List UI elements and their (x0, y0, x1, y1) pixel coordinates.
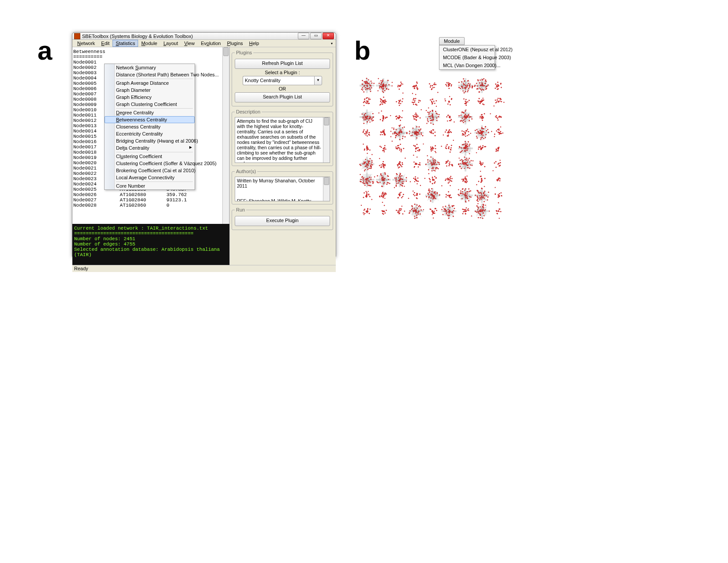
menu-edit[interactable]: Edit (98, 40, 113, 47)
refresh-plugin-button[interactable]: Refresh Plugin List (235, 59, 330, 69)
cluster-visualization (359, 78, 507, 219)
authors-panel: Author(s) Written by Murray Shanahan, Oc… (232, 169, 333, 204)
plugins-legend: Plugins (235, 50, 253, 55)
menu-view[interactable]: View (181, 40, 198, 47)
execute-plugin-button[interactable]: Execute Plugin (235, 216, 330, 226)
menu-item[interactable]: Graph Efficiency (105, 94, 195, 101)
module-menu-button[interactable]: Module (439, 37, 465, 45)
menubar: NetworkEditStatisticsModuleLayoutViewEvo… (72, 40, 336, 47)
panel-label-a: a (38, 35, 52, 66)
maximize-button[interactable]: ▭ (310, 33, 322, 39)
menu-item[interactable]: Degree Centrality (105, 109, 195, 116)
menu-help[interactable]: Help (246, 40, 263, 47)
description-panel: Description Attempts to find the sub-gra… (232, 109, 333, 166)
app-window: SBEToolbox (Systems Biology & Evolution … (72, 32, 336, 258)
menu-plugins[interactable]: Plugins (224, 40, 246, 47)
right-column: Plugins Refresh Plugin List Select a Plu… (230, 47, 336, 265)
description-legend: Description (235, 109, 262, 114)
menu-item[interactable]: Distance (Shortest Path) Between Two Nod… (105, 71, 195, 78)
submenu-arrow-icon: ▶ (189, 145, 192, 149)
statistics-menu: Network SummaryDistance (Shortest Path) … (104, 64, 195, 190)
menu-separator (116, 181, 193, 182)
description-scrollbar[interactable] (323, 117, 330, 162)
statusbar: Ready (72, 265, 336, 272)
menu-item[interactable]: Closeness Centrality (105, 123, 195, 130)
menu-evolution[interactable]: Evolution (198, 40, 224, 47)
select-plugin-label: Select a Plugin : (235, 70, 330, 75)
authors-scrollbar[interactable] (323, 177, 330, 201)
menu-item[interactable]: Betweenness Centrality (105, 116, 195, 123)
menu-item[interactable]: Delta Centrality▶ (105, 144, 195, 151)
window-controls: — ▭ ✕ (298, 33, 334, 39)
menu-item[interactable]: Eccentricity Centrality (105, 130, 195, 137)
menu-item[interactable]: Graph Diameter (105, 87, 195, 94)
menu-item[interactable]: Clustering Coefficient (Soffer & Vázquez… (105, 160, 195, 167)
menu-separator (116, 79, 193, 79)
menubar-corner-icon[interactable]: ▾ (328, 41, 336, 46)
window-title: SBEToolbox (Systems Biology & Evolution … (82, 34, 193, 39)
panel-label-b: b (354, 35, 371, 66)
menu-layout[interactable]: Layout (160, 40, 181, 47)
module-menu-item[interactable]: MCL (Van Dongen 2000)... (439, 61, 495, 69)
plugin-select-value: Knotty Centrality (243, 76, 314, 85)
menu-statistics[interactable]: Statistics (113, 40, 138, 47)
module-menu-item[interactable]: ClusterONE (Nepusz et al 2012) (439, 45, 495, 53)
menu-item[interactable]: Network Summary (105, 64, 195, 71)
authors-text[interactable]: Written by Murray Shanahan, October 2011… (235, 177, 330, 201)
run-legend: Run (235, 207, 246, 212)
titlebar[interactable]: SBEToolbox (Systems Biology & Evolution … (72, 33, 336, 40)
menu-item[interactable]: Graph Average Distance (105, 79, 195, 87)
console-pane: Current loaded network : TAIR_interactio… (72, 224, 229, 265)
module-menu-list: ClusterONE (Nepusz et al 2012)MCODE (Bad… (439, 45, 495, 70)
plugins-panel: Plugins Refresh Plugin List Select a Plu… (232, 50, 333, 106)
menu-module[interactable]: Module (138, 40, 160, 47)
module-menu: Module ClusterONE (Nepusz et al 2012)MCO… (439, 37, 495, 70)
menu-item[interactable]: Bridging Centrality (Hwang et al 2006) (105, 137, 195, 144)
or-label: OR (235, 86, 330, 91)
menu-separator (116, 152, 193, 152)
menu-network[interactable]: Network (74, 40, 98, 47)
menu-item[interactable]: Clustering Coefficient (105, 153, 195, 160)
menu-item[interactable]: Brokering Coefficient (Cai et al 2010) (105, 167, 195, 174)
module-menu-item[interactable]: MCODE (Bader & Hogue 2003) (439, 53, 495, 61)
app-icon (74, 33, 80, 39)
close-button[interactable]: ✕ (323, 33, 334, 39)
description-text[interactable]: Attempts to find the sub-graph of CIJ wi… (235, 117, 330, 163)
search-plugin-button[interactable]: Search Plugin List (235, 92, 330, 102)
authors-legend: Author(s) (235, 169, 257, 174)
run-panel: Run Execute Plugin (232, 207, 333, 230)
plugin-select[interactable]: Knotty Centrality ▼ (243, 76, 322, 85)
minimize-button[interactable]: — (298, 33, 309, 39)
menu-item[interactable]: Core Number (105, 182, 195, 189)
output-scrollbar[interactable] (222, 47, 229, 224)
menu-separator (116, 108, 193, 109)
menu-item[interactable]: Local Average Connectivity (105, 174, 195, 181)
menu-item[interactable]: Graph Clustering Coefficient (105, 101, 195, 108)
chevron-down-icon[interactable]: ▼ (314, 76, 322, 85)
